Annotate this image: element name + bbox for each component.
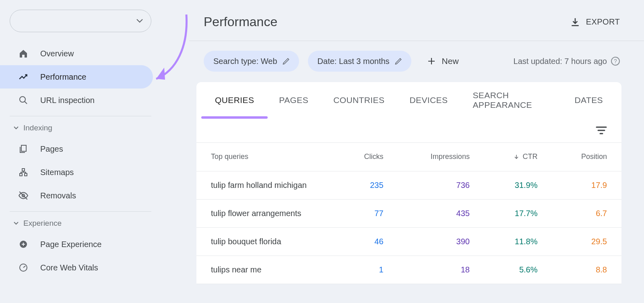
cell-query: tulip flower arrangements xyxy=(196,199,336,227)
col-position[interactable]: Position xyxy=(552,143,622,171)
info-icon[interactable]: ? xyxy=(611,57,620,66)
svg-rect-3 xyxy=(20,173,22,176)
chip-label: Search type: Web xyxy=(213,57,277,66)
chip-date-range[interactable]: Date: Last 3 months xyxy=(308,51,411,72)
sort-down-icon xyxy=(513,154,520,160)
nav-item-removals[interactable]: Removals xyxy=(0,184,153,207)
col-clicks[interactable]: Clicks xyxy=(336,143,398,171)
cell-impressions: 736 xyxy=(398,171,484,199)
table-row[interactable]: tulip bouquet florida 46 390 11.8% 29.5 xyxy=(196,227,621,256)
pages-icon xyxy=(18,144,29,154)
pencil-icon xyxy=(394,57,402,65)
table-row[interactable]: tulips near me 1 18 5.6% 8.8 xyxy=(196,256,621,284)
tab-label: SEARCH APPEARANCE xyxy=(473,91,549,110)
results-table: Top queries Clicks Impressions CTR Posit… xyxy=(196,143,621,284)
svg-rect-4 xyxy=(25,173,27,176)
cell-impressions: 18 xyxy=(398,256,484,284)
nav-item-label: Page Experience xyxy=(40,240,101,249)
visibility-off-icon xyxy=(18,190,29,201)
cell-position: 29.5 xyxy=(552,227,622,256)
cell-clicks: 46 xyxy=(336,227,398,256)
nav-item-page-experience[interactable]: Page Experience xyxy=(0,233,153,256)
section-title: Indexing xyxy=(23,124,52,132)
tab-label: QUERIES xyxy=(215,95,254,105)
tab-label: DATES xyxy=(575,95,603,105)
nav-item-url-inspection[interactable]: URL inspection xyxy=(0,89,153,112)
nav-item-label: Overview xyxy=(40,49,74,58)
col-label: CTR xyxy=(523,153,538,161)
pencil-icon xyxy=(282,57,290,65)
cell-ctr: 31.9% xyxy=(484,171,552,199)
tab-dates[interactable]: DATES xyxy=(575,82,603,118)
add-filter-button[interactable]: New xyxy=(427,56,459,66)
chip-label: Date: Last 3 months xyxy=(318,57,390,66)
last-updated: Last updated: 7 hours ago ? xyxy=(514,57,620,66)
download-icon xyxy=(570,17,580,27)
results-card: QUERIES PAGES COUNTRIES DEVICES SEARCH A… xyxy=(196,82,621,284)
nav-item-label: Core Web Vitals xyxy=(40,263,98,272)
cell-impressions: 435 xyxy=(398,199,484,227)
cell-query: tulips near me xyxy=(196,256,336,284)
sitemap-icon xyxy=(18,167,29,177)
sidebar: Overview Performance URL inspection Inde… xyxy=(0,0,161,303)
cell-ctr: 11.8% xyxy=(484,227,552,256)
section-title: Experience xyxy=(23,219,62,228)
col-label: Top queries xyxy=(211,153,248,161)
nav-item-performance[interactable]: Performance xyxy=(0,65,153,89)
tab-pages[interactable]: PAGES xyxy=(279,82,308,118)
tab-search-appearance[interactable]: SEARCH APPEARANCE xyxy=(473,82,549,118)
cell-position: 17.9 xyxy=(552,171,622,199)
cell-clicks: 1 xyxy=(336,256,398,284)
caret-down-icon xyxy=(14,126,19,130)
tab-label: COUNTRIES xyxy=(333,95,384,105)
divider xyxy=(10,116,151,116)
nav-item-sitemaps[interactable]: Sitemaps xyxy=(0,161,153,184)
divider xyxy=(10,211,151,212)
col-ctr[interactable]: CTR xyxy=(484,143,552,171)
property-selector[interactable] xyxy=(10,10,151,32)
tab-label: PAGES xyxy=(279,95,308,105)
caret-down-icon xyxy=(136,19,143,23)
cell-ctr: 5.6% xyxy=(484,256,552,284)
home-icon xyxy=(18,49,29,58)
cell-query: tulip farm holland michigan xyxy=(196,171,336,199)
cell-position: 8.8 xyxy=(552,256,622,284)
col-query[interactable]: Top queries xyxy=(196,143,336,171)
section-header-experience[interactable]: Experience xyxy=(0,217,161,233)
nav-item-label: Removals xyxy=(40,191,76,200)
nav-item-overview[interactable]: Overview xyxy=(0,42,153,65)
last-updated-text: Last updated: 7 hours ago xyxy=(514,57,607,66)
main: Performance EXPORT Search type: Web Date… xyxy=(189,0,644,303)
cell-clicks: 77 xyxy=(336,199,398,227)
add-filter-label: New xyxy=(442,56,459,66)
table-row[interactable]: tulip farm holland michigan 235 736 31.9… xyxy=(196,171,621,199)
cell-query: tulip bouquet florida xyxy=(196,227,336,256)
col-label: Position xyxy=(581,153,607,161)
results-tabs: QUERIES PAGES COUNTRIES DEVICES SEARCH A… xyxy=(196,82,621,118)
search-icon xyxy=(18,95,29,105)
table-row[interactable]: tulip flower arrangements 77 435 17.7% 6… xyxy=(196,199,621,227)
tab-queries[interactable]: QUERIES xyxy=(215,82,254,118)
trending-up-icon xyxy=(18,72,29,82)
nav-item-pages[interactable]: Pages xyxy=(0,137,153,161)
tab-countries[interactable]: COUNTRIES xyxy=(333,82,384,118)
cell-impressions: 390 xyxy=(398,227,484,256)
cell-clicks: 235 xyxy=(336,171,398,199)
col-label: Impressions xyxy=(431,153,470,161)
export-label: EXPORT xyxy=(586,17,620,27)
filter-controls: Search type: Web Date: Last 3 months New… xyxy=(189,41,644,82)
table-filter-row xyxy=(196,118,621,143)
svg-rect-1 xyxy=(21,145,26,151)
speed-icon xyxy=(18,263,29,272)
filter-icon[interactable] xyxy=(596,126,607,134)
page-title: Performance xyxy=(204,14,277,29)
tab-devices[interactable]: DEVICES xyxy=(409,82,448,118)
section-header-indexing[interactable]: Indexing xyxy=(0,122,161,137)
plus-icon xyxy=(427,56,436,66)
cell-position: 6.7 xyxy=(552,199,622,227)
chip-search-type[interactable]: Search type: Web xyxy=(204,51,299,72)
nav-item-label: Sitemaps xyxy=(40,168,74,177)
nav-item-core-web-vitals[interactable]: Core Web Vitals xyxy=(0,256,153,279)
col-impressions[interactable]: Impressions xyxy=(398,143,484,171)
export-button[interactable]: EXPORT xyxy=(570,17,620,27)
